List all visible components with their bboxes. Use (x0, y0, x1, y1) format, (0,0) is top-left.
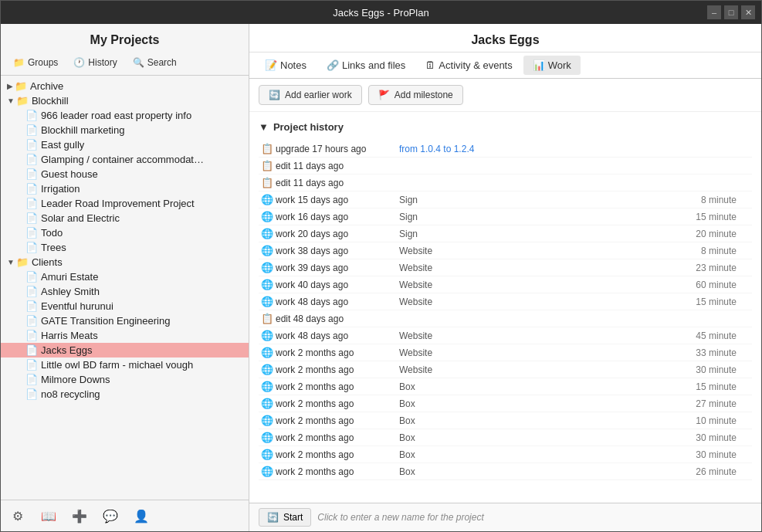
history-row: 🌐 work 16 days ago Sign 15 minute (259, 208, 752, 225)
tree-item-doc-irrigation[interactable]: 📄Irrigation (1, 181, 249, 196)
tree-item-doc-966[interactable]: 📄966 leader road east property info (1, 108, 249, 123)
tree-label: Jacks Eggs (41, 344, 92, 356)
tree-item-doc-amuri[interactable]: 📄Amuri Estate (1, 269, 249, 284)
maximize-button[interactable]: □ (724, 5, 738, 19)
history-detail: Website (399, 246, 492, 256)
work-globe-icon: 🌐 (261, 262, 273, 273)
book-icon[interactable]: 📖 (38, 505, 59, 527)
tree-item-doc-leader-road[interactable]: 📄Leader Road Improvement Project (1, 196, 249, 211)
tree-label: no8 recycling (41, 388, 100, 400)
search-icon: 🔍 (133, 57, 144, 68)
tab-work-label: Work (548, 59, 571, 71)
doc-icon: 📄 (25, 110, 38, 121)
history-row: 🌐 work 2 months ago Website 33 minute (259, 344, 752, 361)
history-list: 📋 upgrade 17 hours ago from 1.0.4 to 1.2… (259, 141, 752, 480)
titlebar-buttons: – □ ✕ (707, 5, 755, 19)
tree-item-doc-guest-house[interactable]: 📄Guest house (1, 167, 249, 181)
history-row: 🌐 work 2 months ago Box 30 minute (259, 446, 752, 463)
tree-item-blockhill[interactable]: ▼📁Blockhill (1, 93, 249, 108)
tree-item-doc-harris[interactable]: 📄Harris Meats (1, 328, 249, 343)
close-button[interactable]: ✕ (741, 5, 755, 19)
tree-item-doc-trees[interactable]: 📄Trees (1, 240, 249, 255)
left-panel-footer: ⚙ 📖 ➕ 💬 👤 (1, 500, 249, 531)
doc-icon: 📄 (25, 330, 38, 341)
tree-item-doc-gate[interactable]: 📄GATE Transition Engineering (1, 313, 249, 328)
work-globe-icon: 🌐 (261, 245, 273, 256)
tree-item-doc-no8[interactable]: 📄no8 recycling (1, 387, 249, 402)
work-globe-icon: 🌐 (261, 432, 273, 443)
person-icon[interactable]: 👤 (130, 505, 152, 527)
history-icon-cell: 🌐 (259, 381, 276, 392)
left-panel-tabs: 📁 Groups 🕐 History 🔍 Search (1, 52, 249, 76)
add-milestone-button[interactable]: 🚩 Add milestone (368, 85, 463, 105)
work-globe-icon: 🌐 (261, 330, 273, 341)
work-globe-icon: 🌐 (261, 381, 273, 392)
tree-item-archive[interactable]: ▶📁Archive (1, 79, 249, 93)
tree-label: Trees (41, 242, 66, 253)
tab-notes[interactable]: 📝 Notes (256, 56, 316, 75)
history-icon-cell: 📋 (259, 177, 276, 188)
history-icon-cell: 🌐 (259, 398, 276, 409)
tree-item-clients[interactable]: ▼📁Clients (1, 255, 249, 269)
work-globe-icon: 🌐 (261, 296, 273, 307)
tree-item-doc-eventful[interactable]: 📄Eventful hurunui (1, 299, 249, 313)
history-row: 🌐 work 40 days ago Website 60 minute (259, 276, 752, 293)
titlebar: Jacks Eggs - ProPlan – □ ✕ (1, 1, 761, 24)
tree-label: Irrigation (41, 183, 80, 195)
tab-links-files[interactable]: 🔗 Links and files (317, 56, 415, 75)
left-panel: My Projects 📁 Groups 🕐 History 🔍 Search … (1, 24, 249, 531)
tree-item-doc-solar[interactable]: 📄Solar and Electric (1, 211, 249, 225)
history-content: ▼ Project history 📋 upgrade 17 hours ago… (249, 112, 761, 503)
tree-item-doc-ashley[interactable]: 📄Ashley Smith (1, 284, 249, 299)
tab-groups[interactable]: 📁 Groups (7, 55, 64, 70)
tree-item-doc-todo[interactable]: 📄Todo (1, 225, 249, 240)
add-earlier-work-button[interactable]: 🔄 Add earlier work (259, 85, 362, 105)
history-action: edit 11 days ago (276, 178, 399, 188)
tree-item-doc-glamping[interactable]: 📄Glamping / container accommodat… (1, 152, 249, 167)
settings-icon[interactable]: ⚙ (7, 505, 29, 527)
history-detail: Website (399, 364, 492, 375)
history-detail: Box (399, 398, 492, 409)
tree-item-doc-little-owl[interactable]: 📄Little owl BD farm - michael vough (1, 357, 249, 372)
start-button[interactable]: 🔄 Start (259, 508, 311, 527)
tab-history[interactable]: 🕐 History (67, 55, 123, 70)
tree-item-doc-east-gully[interactable]: 📄East gully (1, 137, 249, 152)
history-icon-cell: 🌐 (259, 279, 276, 290)
add-milestone-label: Add milestone (395, 90, 453, 100)
tree-label: Glamping / container accommodat… (41, 154, 204, 165)
tree-label: Ashley Smith (41, 286, 100, 297)
tree-label: Leader Road Improvement Project (41, 198, 195, 209)
tree-item-doc-jacks[interactable]: 📄Jacks Eggs (1, 343, 249, 357)
left-panel-title: My Projects (1, 24, 249, 52)
folder-icon: 📁 (15, 80, 27, 92)
main-content: My Projects 📁 Groups 🕐 History 🔍 Search … (1, 24, 761, 531)
tree-label: Todo (41, 227, 63, 239)
history-row: 🌐 work 39 days ago Website 23 minute (259, 259, 752, 276)
history-action: work 2 months ago (276, 347, 399, 358)
history-detail: Box (399, 466, 492, 477)
tab-work[interactable]: 📊 Work (523, 56, 581, 75)
doc-icon: 📄 (25, 300, 38, 312)
folder-icon: 📁 (13, 57, 25, 68)
chat-icon[interactable]: 💬 (100, 505, 121, 527)
minimize-button[interactable]: – (707, 5, 721, 19)
add-icon[interactable]: ➕ (69, 505, 90, 527)
work-globe-icon: 🌐 (261, 449, 273, 460)
history-action: upgrade 17 hours ago (276, 144, 399, 154)
tree-label: Milmore Downs (41, 374, 110, 385)
action-bar: 🔄 Add earlier work 🚩 Add milestone (249, 79, 761, 112)
right-panel-title: Jacks Eggs (249, 24, 761, 53)
history-row: 🌐 work 2 months ago Box 27 minute (259, 395, 752, 412)
add-earlier-work-icon: 🔄 (269, 90, 280, 100)
work-globe-icon: 🌐 (261, 415, 273, 426)
tree-label: GATE Transition Engineering (41, 315, 170, 327)
tree-item-doc-blockhill-mkt[interactable]: 📄Blockhill marketing (1, 123, 249, 137)
tree-item-doc-milmore[interactable]: 📄Milmore Downs (1, 372, 249, 387)
history-minutes: 45 minute (492, 330, 752, 341)
chevron-icon: ▶ (7, 82, 13, 90)
tab-search[interactable]: 🔍 Search (127, 55, 183, 70)
history-action: edit 48 days ago (276, 313, 399, 324)
history-action: work 2 months ago (276, 432, 399, 443)
project-tree[interactable]: ▶📁Archive▼📁Blockhill📄966 leader road eas… (1, 76, 249, 500)
tab-activity[interactable]: 🗓 Activity & events (416, 56, 521, 75)
